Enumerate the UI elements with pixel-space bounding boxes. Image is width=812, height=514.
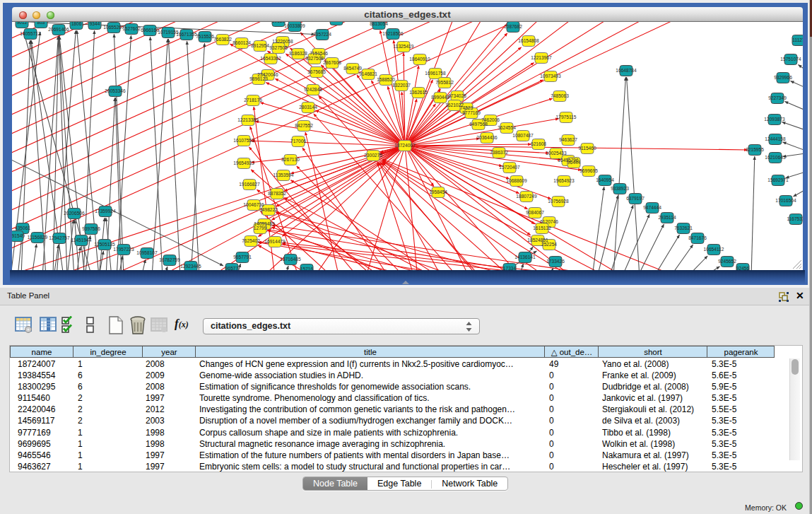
svg-text:621608: 621608	[531, 141, 546, 146]
svg-text:16782759: 16782759	[159, 257, 180, 262]
svg-text:1615132: 1615132	[533, 226, 551, 230]
svg-text:10807487: 10807487	[512, 133, 534, 138]
svg-text:9397586: 9397586	[82, 226, 100, 231]
svg-text:7515526: 7515526	[196, 34, 214, 39]
svg-text:2087682: 2087682	[504, 24, 522, 29]
svg-text:8322037: 8322037	[392, 83, 411, 88]
svg-text:10046736: 10046736	[243, 202, 264, 207]
svg-text:8990448: 8990448	[431, 95, 449, 100]
svg-text:7357224: 7357224	[313, 32, 331, 37]
svg-text:8186328: 8186328	[289, 51, 307, 56]
svg-text:14055712: 14055712	[20, 31, 41, 36]
svg-text:12213967: 12213967	[531, 55, 552, 60]
svg-text:10958107: 10958107	[136, 250, 158, 255]
svg-text:8878352: 8878352	[268, 191, 286, 196]
svg-text:11127: 11127	[792, 37, 803, 42]
svg-text:19654933: 19654933	[233, 160, 254, 165]
svg-text:6120746: 6120746	[540, 219, 558, 224]
svg-text:7632621: 7632621	[674, 226, 693, 230]
svg-text:16154808: 16154808	[518, 38, 539, 43]
svg-text:8267130: 8267130	[281, 157, 300, 162]
svg-text:1958454: 1958454	[429, 189, 447, 194]
svg-text:18724007: 18724007	[394, 143, 416, 148]
svg-text:16033809: 16033809	[284, 23, 305, 28]
svg-text:7625402: 7625402	[242, 238, 260, 243]
svg-text:17334: 17334	[503, 266, 517, 270]
svg-text:11156829: 11156829	[28, 235, 48, 240]
svg-text:9657791: 9657791	[233, 255, 252, 259]
svg-text:9463627: 9463627	[559, 137, 577, 142]
svg-text:1588520: 1588520	[377, 77, 395, 82]
svg-text:15716: 15716	[300, 267, 314, 270]
svg-text:1733426: 1733426	[546, 259, 565, 264]
svg-text:3675685: 3675685	[307, 69, 326, 74]
svg-text:11353594: 11353594	[273, 173, 294, 177]
svg-text:6379197: 6379197	[626, 196, 645, 201]
svg-text:19218506: 19218506	[382, 31, 404, 36]
svg-text:3498222: 3498222	[259, 207, 278, 212]
svg-text:17975115: 17975115	[556, 115, 577, 119]
svg-text:7151546: 7151546	[310, 51, 328, 56]
svg-text:15751074: 15751074	[780, 57, 801, 62]
svg-text:9227349: 9227349	[768, 95, 787, 100]
svg-text:7485063: 7485063	[551, 93, 569, 98]
svg-text:12505135: 12505135	[94, 242, 115, 247]
svg-text:9896123: 9896123	[249, 76, 268, 81]
svg-text:9327508: 9327508	[305, 56, 324, 61]
svg-text:74523: 74523	[460, 105, 473, 110]
svg-text:6734028: 6734028	[448, 93, 466, 98]
svg-text:12444158: 12444158	[765, 136, 786, 141]
svg-text:9242848: 9242848	[304, 87, 322, 92]
svg-text:9327505: 9327505	[269, 45, 288, 50]
svg-text:12923445: 12923445	[180, 264, 201, 269]
svg-text:6497568: 6497568	[469, 122, 488, 127]
svg-text:9344: 9344	[90, 22, 100, 26]
svg-text:9115460: 9115460	[578, 146, 596, 151]
svg-text:18807249: 18807249	[516, 194, 537, 199]
svg-text:9329966: 9329966	[774, 75, 792, 80]
svg-text:7955812: 7955812	[435, 80, 454, 85]
svg-text:18640910: 18640910	[409, 57, 430, 62]
svg-text:12213389: 12213389	[237, 117, 259, 122]
svg-text:1640954: 1640954	[596, 177, 614, 182]
svg-text:17016504: 17016504	[775, 198, 796, 203]
svg-text:2718176: 2718176	[244, 98, 262, 103]
svg-text:9012: 9012	[17, 22, 28, 25]
svg-text:252254: 252254	[541, 242, 557, 247]
svg-text:17359924: 17359924	[95, 209, 116, 214]
svg-text:16914479: 16914479	[264, 239, 286, 244]
svg-text:14136141: 14136141	[514, 255, 536, 259]
svg-text:9474444: 9474444	[643, 205, 661, 210]
svg-text:20691406: 20691406	[48, 27, 69, 32]
svg-text:2803144: 2803144	[299, 105, 317, 110]
svg-text:435061: 435061	[15, 226, 30, 230]
svg-text:1362615: 1362615	[409, 90, 428, 95]
svg-text:8660124: 8660124	[233, 40, 251, 45]
svg-text:10756928: 10756928	[548, 199, 569, 204]
svg-text:16107553: 16107553	[233, 138, 254, 143]
svg-text:9245652: 9245652	[718, 259, 736, 264]
svg-text:717006: 717006	[290, 139, 306, 144]
svg-text:803: 803	[37, 22, 45, 25]
svg-text:1167533: 1167533	[787, 216, 803, 221]
svg-text:11451944: 11451944	[71, 238, 92, 243]
svg-text:2935114: 2935114	[658, 215, 676, 220]
svg-text:16210643: 16210643	[765, 155, 786, 160]
svg-text:2867608: 2867608	[323, 60, 341, 65]
svg-text:13226058: 13226058	[272, 39, 293, 44]
svg-text:7386372: 7386372	[490, 150, 508, 155]
svg-text:8471676: 8471676	[688, 235, 707, 240]
svg-text:96444: 96444	[567, 160, 581, 165]
svg-text:1806: 1806	[71, 22, 82, 26]
svg-text:3624554: 3624554	[498, 125, 516, 130]
svg-text:16648784: 16648784	[616, 68, 637, 73]
svg-text:8813054: 8813054	[370, 22, 388, 26]
svg-text:9084067: 9084067	[526, 210, 544, 215]
svg-text:17957223: 17957223	[113, 247, 134, 252]
svg-text:20053346: 20053346	[105, 88, 126, 93]
svg-text:12942757: 12942757	[49, 235, 70, 240]
svg-text:9338923: 9338923	[611, 186, 629, 191]
svg-text:11325419: 11325419	[394, 44, 414, 49]
svg-text:19166827: 19166827	[239, 182, 260, 187]
svg-text:10654112: 10654112	[704, 247, 724, 252]
